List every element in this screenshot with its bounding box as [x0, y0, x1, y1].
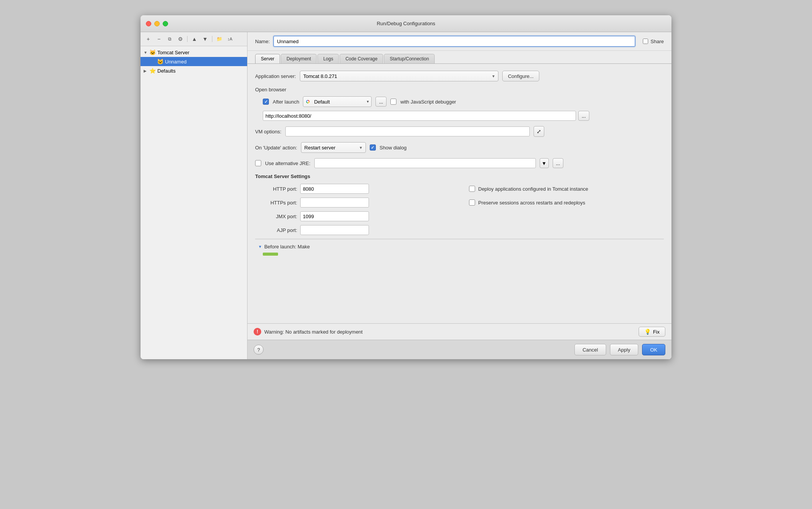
http-port-label: HTTP port: — [263, 186, 297, 192]
toolbar-separator-1 — [187, 36, 188, 42]
alt-jre-input[interactable] — [314, 158, 536, 168]
url-ellipsis-button[interactable]: ... — [578, 111, 589, 121]
share-label: Share — [650, 39, 664, 44]
tab-logs[interactable]: Logs — [317, 54, 339, 63]
tab-server[interactable]: Server — [255, 54, 280, 63]
deploy-apps-row: Deploy applications configured in Tomcat… — [469, 184, 664, 194]
main-content: + − ⧉ ⚙ ▲ ▼ 📁 ↕A ▼ 🐱 Tomcat Server — [141, 32, 671, 359]
alt-jre-row: Use alternative JRE: ▼ ... — [255, 158, 664, 168]
show-dialog-checkbox[interactable] — [370, 144, 376, 151]
url-row: ... — [255, 111, 664, 121]
right-panel: Name: Share Server Deployment Logs Code … — [247, 32, 671, 359]
help-button[interactable]: ? — [254, 345, 264, 355]
move-up-button[interactable]: ▲ — [190, 34, 199, 44]
preserve-sessions-checkbox[interactable] — [469, 199, 475, 206]
titlebar: Run/Debug Configurations — [141, 15, 671, 32]
browser-select[interactable]: Default Chrome Firefox Safari — [303, 96, 372, 107]
before-launch-header[interactable]: ▼ Before launch: Make — [255, 242, 664, 251]
add-config-button[interactable]: + — [144, 34, 153, 44]
app-server-select[interactable]: Tomcat 8.0.271 — [300, 71, 498, 81]
https-port-row: HTTPs port: — [263, 198, 458, 207]
sidebar: + − ⧉ ⚙ ▲ ▼ 📁 ↕A ▼ 🐱 Tomcat Server — [141, 32, 247, 359]
apply-button[interactable]: Apply — [610, 344, 639, 355]
before-launch-label: Before launch: Make — [264, 244, 310, 250]
tomcat-server-label: Tomcat Server — [157, 50, 189, 55]
url-input[interactable] — [263, 111, 576, 121]
vm-expand-button[interactable]: ⤢ — [534, 126, 544, 137]
unnamed-label: Unnamed — [165, 59, 186, 65]
update-action-select-wrapper: Restart server Redeploy Update classes a… — [301, 142, 366, 153]
sort-button[interactable]: ↕A — [225, 34, 235, 44]
http-port-row: HTTP port: — [263, 184, 458, 194]
traffic-lights — [146, 21, 168, 26]
name-input[interactable] — [273, 36, 635, 47]
jmx-port-label: JMX port: — [263, 214, 297, 219]
sidebar-item-unnamed[interactable]: 🐱 Unnamed — [141, 57, 247, 66]
maximize-button[interactable] — [163, 21, 168, 26]
cancel-button[interactable]: Cancel — [574, 344, 606, 355]
app-server-select-wrapper: Tomcat 8.0.271 ▼ — [300, 71, 498, 81]
jre-dropdown-button[interactable]: ▼ — [540, 158, 549, 168]
after-launch-label: After launch — [273, 99, 299, 105]
js-debugger-checkbox[interactable] — [390, 99, 396, 105]
ok-button[interactable]: OK — [642, 344, 665, 355]
open-browser-label: Open browser — [255, 87, 664, 92]
tabs-bar: Server Deployment Logs Code Coverage Sta… — [247, 51, 671, 63]
minimize-button[interactable] — [154, 21, 160, 26]
app-server-label: Application server: — [255, 73, 296, 79]
before-launch-arrow: ▼ — [258, 245, 262, 249]
alt-jre-checkbox[interactable] — [255, 160, 261, 166]
ajp-port-label: AJP port: — [263, 227, 297, 233]
fix-bulb-icon: 💡 — [644, 329, 651, 335]
toolbar-separator-2 — [212, 36, 212, 42]
close-button[interactable] — [146, 21, 151, 26]
footer-buttons: ? Cancel Apply OK — [247, 340, 671, 359]
jre-ellipsis-button[interactable]: ... — [553, 158, 564, 168]
vm-options-label: VM options: — [255, 129, 281, 135]
app-server-row: Application server: Tomcat 8.0.271 ▼ Con… — [255, 71, 664, 81]
warning-bar: ! Warning: No artifacts marked for deplo… — [247, 323, 671, 340]
before-launch-items — [255, 251, 664, 256]
browser-ellipsis-button[interactable]: ... — [375, 97, 387, 107]
share-checkbox[interactable] — [643, 39, 648, 44]
copy-config-button[interactable]: ⧉ — [165, 34, 174, 44]
unnamed-icon: 🐱 — [157, 58, 163, 65]
after-launch-checkbox[interactable] — [263, 99, 269, 105]
make-progress-bar — [263, 253, 278, 256]
run-debug-configurations-window: Run/Debug Configurations + − ⧉ ⚙ ▲ ▼ 📁 ↕… — [141, 15, 671, 359]
http-port-input[interactable] — [300, 184, 369, 194]
folder-button[interactable]: 📁 — [215, 34, 224, 44]
tab-startup-connection[interactable]: Startup/Connection — [384, 54, 435, 63]
https-port-label: HTTPs port: — [263, 200, 297, 206]
js-debugger-label: with JavaScript debugger — [400, 99, 456, 105]
vm-options-input[interactable] — [285, 126, 530, 136]
warning-icon: ! — [254, 328, 261, 336]
tomcat-icon: 🐱 — [149, 49, 156, 56]
config-panel: Application server: Tomcat 8.0.271 ▼ Con… — [247, 63, 671, 323]
tab-deployment[interactable]: Deployment — [281, 54, 317, 63]
name-row: Name: Share — [247, 32, 671, 51]
jmx-port-row: JMX port: — [263, 211, 458, 221]
jmx-port-input[interactable] — [300, 211, 369, 221]
ports-grid: HTTP port: Deploy applications configure… — [255, 184, 664, 235]
tab-code-coverage[interactable]: Code Coverage — [340, 54, 383, 63]
defaults-label: Defaults — [157, 68, 176, 74]
deploy-apps-checkbox[interactable] — [469, 186, 475, 192]
https-port-input[interactable] — [300, 198, 369, 207]
defaults-arrow: ▶ — [144, 69, 149, 73]
fix-button[interactable]: 💡 Fix — [639, 327, 665, 337]
window-title: Run/Debug Configurations — [377, 21, 435, 26]
browser-select-wrapper: Default Chrome Firefox Safari ▼ — [303, 96, 372, 107]
defaults-icon: ⭐ — [149, 67, 156, 74]
update-action-select[interactable]: Restart server Redeploy Update classes a… — [301, 142, 366, 153]
show-dialog-label: Show dialog — [380, 145, 407, 151]
sidebar-item-defaults[interactable]: ▶ ⭐ Defaults — [141, 66, 247, 75]
sidebar-toolbar: + − ⧉ ⚙ ▲ ▼ 📁 ↕A — [141, 32, 247, 46]
remove-config-button[interactable]: − — [154, 34, 163, 44]
ajp-port-input[interactable] — [300, 225, 369, 235]
sidebar-item-tomcat-server[interactable]: ▼ 🐱 Tomcat Server — [141, 48, 247, 57]
name-label: Name: — [255, 39, 270, 44]
settings-button[interactable]: ⚙ — [176, 34, 185, 44]
move-down-button[interactable]: ▼ — [201, 34, 210, 44]
configure-button[interactable]: Configure... — [502, 71, 539, 81]
